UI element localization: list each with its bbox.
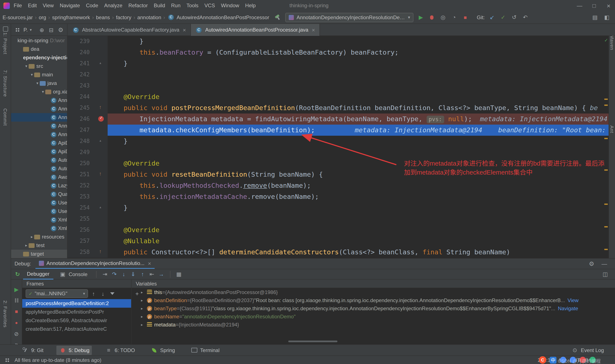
collapse-icon[interactable] <box>47 26 55 34</box>
tool-stripe-1-project[interactable]: 1: Project <box>3 32 8 54</box>
hide-icon[interactable] <box>601 260 608 268</box>
tree-item-userhold[interactable]: CUserHold <box>11 207 67 216</box>
code-text[interactable]: InjectionMetadata metadata = findAutowir… <box>108 114 609 125</box>
tree-item-xmldepe[interactable]: CXmlDepe <box>11 216 67 224</box>
tool-stripe-7-structure[interactable]: 7: Structure <box>3 70 8 97</box>
breakpoint-icon[interactable] <box>96 114 108 125</box>
menu-tools[interactable]: Tools <box>183 2 201 9</box>
code-text[interactable]: } <box>108 202 609 213</box>
expand-arrow-icon[interactable]: ▸ <box>141 298 147 302</box>
tree-chevron-icon[interactable]: ▾ <box>40 90 45 94</box>
expand-arrow-icon[interactable]: ▸ <box>141 322 147 327</box>
code-text[interactable]: this.injectionMetadataCache.remove(beanN… <box>108 191 609 202</box>
stopd-icon[interactable] <box>13 308 20 315</box>
tree-chevron-icon[interactable]: ▸ <box>24 243 29 247</box>
breadcrumb-item[interactable]: org <box>39 14 46 20</box>
expand-arrow-icon[interactable]: ▸ <box>141 314 147 319</box>
tree-item-org-xiaoge-t[interactable]: ▾org.xiaoge.t <box>11 88 67 96</box>
tree-item-resources[interactable]: ▸resources <box>11 233 67 241</box>
showexec-icon[interactable] <box>101 270 109 278</box>
code-text[interactable]: } <box>108 58 609 69</box>
run-icon[interactable] <box>417 13 425 21</box>
tree-item-king-in-spring[interactable]: king-in-springD:\wor <box>11 36 67 45</box>
tree-chevron-icon[interactable]: ▾ <box>35 81 40 85</box>
tree-chevron-icon[interactable]: ▾ <box>29 73 34 77</box>
rerun-icon[interactable] <box>14 270 21 278</box>
code-text[interactable]: @Nullable <box>108 235 609 247</box>
restore-icon[interactable] <box>601 271 609 278</box>
tree-item-autowiri[interactable]: CAutowiri <box>11 164 67 173</box>
up-icon[interactable] <box>90 290 97 298</box>
debug-session-tab[interactable]: AnnotationDependencyInjectionResolutio..… <box>35 259 154 269</box>
tree-item-dea[interactable]: dea <box>11 45 67 53</box>
coverage-icon[interactable] <box>439 13 447 21</box>
down-icon[interactable] <box>99 290 107 298</box>
rollback-icon[interactable] <box>521 13 529 21</box>
stepout-icon[interactable] <box>139 270 147 278</box>
min-icon[interactable] <box>576 2 583 9</box>
tree-item-autowiri[interactable]: CAutowiri <box>11 156 67 164</box>
expand-arrow-icon[interactable]: ▸ <box>141 290 147 294</box>
variable-row[interactable]: ▸pbeanType = {Class@1911} "class org.xia… <box>141 304 615 312</box>
locate-icon[interactable] <box>38 26 46 34</box>
tree-item-awareint[interactable]: CAwareInt <box>11 173 67 181</box>
stepinto-icon[interactable] <box>120 270 128 278</box>
run-config-select[interactable]: AnnotationDependencyInjectionResolutionD… <box>285 13 414 22</box>
tree-item-qualifier[interactable]: CQualifier <box>11 190 67 198</box>
tree-chevron-icon[interactable]: ▾ <box>24 64 29 68</box>
breadcrumb-item[interactable]: springframework <box>52 14 90 20</box>
stack-frame[interactable]: createBean:517, AbstractAutowireC <box>22 325 131 333</box>
forcestep-icon[interactable] <box>129 270 137 278</box>
breadcrumb-item[interactable]: factory <box>116 14 131 20</box>
stack-frame[interactable]: doCreateBean:569, AbstractAutowir <box>22 316 131 325</box>
gear-icon[interactable] <box>57 26 65 34</box>
menu-vcs[interactable]: VCS <box>201 2 218 9</box>
event-log-button[interactable]: Event Log <box>571 346 604 354</box>
stop-icon[interactable] <box>461 13 469 21</box>
tree-item-target[interactable]: target <box>11 250 67 258</box>
code-text[interactable]: @Override <box>108 224 609 235</box>
toolwindow-button-spring[interactable]: Spring <box>148 345 177 355</box>
tool-window-icon[interactable] <box>3 26 8 32</box>
toolwindow-button-6-todo[interactable]: 6: TODO <box>102 345 137 355</box>
tool-stripe-commit[interactable]: Commit <box>3 108 8 126</box>
stack-frame[interactable]: applyMergedBeanDefinitionPostPr <box>22 308 131 316</box>
hammer-icon[interactable] <box>274 13 282 21</box>
tree-item-lazyann[interactable]: CLazyAnn <box>11 181 67 190</box>
toolwindow-button-9-git[interactable]: 9: Git <box>19 345 46 355</box>
pause-icon[interactable] <box>13 297 20 304</box>
editor-tab[interactable]: AutowiredAnnotationBeanPostProcessor.jav… <box>191 24 320 36</box>
runtocursor-icon[interactable] <box>158 270 165 278</box>
toolwindow-button-terminal[interactable]: Terminal <box>188 345 222 355</box>
tree-item-annotati[interactable]: CAnnotati <box>11 130 67 139</box>
code-text[interactable] <box>108 80 609 91</box>
code-text[interactable] <box>108 69 609 80</box>
code-text[interactable]: @Override <box>108 91 609 103</box>
code-text[interactable]: this.lookupMethodsChecked.remove(beanNam… <box>108 180 609 191</box>
tree-item-src[interactable]: ▾src <box>11 62 67 70</box>
menu-build[interactable]: Build <box>151 2 168 9</box>
breadcrumb-item[interactable]: AutowiredAnnotationBeanPostProcessor <box>167 13 269 21</box>
tree-item-ependency-injection[interactable]: ependency-injection <box>11 53 67 62</box>
tree-item-annotati[interactable]: CAnnotati <box>11 113 67 122</box>
code-text[interactable]: } <box>108 36 609 47</box>
tab-console[interactable]: Console <box>55 269 91 280</box>
menu-run[interactable]: Run <box>168 2 183 9</box>
menu-file[interactable]: File <box>11 2 25 9</box>
funnel-icon[interactable] <box>108 290 116 298</box>
tree-item-apidepe[interactable]: CApiDepe <box>11 147 67 156</box>
close-icon[interactable] <box>605 2 613 9</box>
menu-window[interactable]: Window <box>218 2 242 9</box>
profiler-icon[interactable] <box>450 13 458 21</box>
menu-refactor[interactable]: Refactor <box>125 2 151 9</box>
tree-item-test[interactable]: ▸test <box>11 241 67 250</box>
tool-stripe-ant[interactable]: Ant <box>609 125 615 133</box>
variable-row[interactable]: ▸pbeanDefinition = {RootBeanDefinition@2… <box>141 296 615 304</box>
editor-tab[interactable]: AbstractAutowireCapableBeanFactory.java× <box>67 24 191 36</box>
gear-icon[interactable] <box>588 260 595 268</box>
tree-chevron-icon[interactable]: ▸ <box>29 235 34 239</box>
tree-item-annotati[interactable]: CAnnotati <box>11 96 67 104</box>
resume-icon[interactable] <box>13 286 20 293</box>
breakpoints-icon[interactable] <box>13 319 20 326</box>
menu-navigate[interactable]: Navigate <box>57 2 83 9</box>
